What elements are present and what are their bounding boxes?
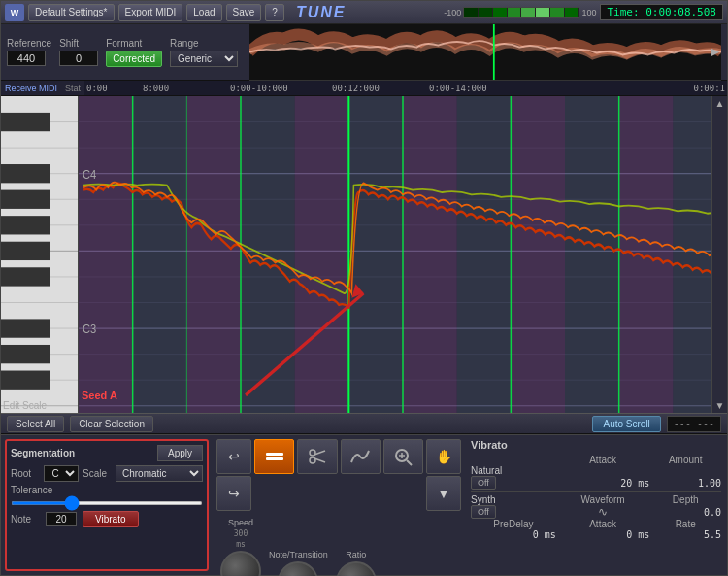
svg-rect-42 <box>348 96 403 413</box>
scale-select[interactable]: Chromatic <box>116 465 203 482</box>
tool-hand-button[interactable]: ✋ <box>426 439 461 474</box>
shift-input[interactable] <box>59 51 98 66</box>
tool-down-button[interactable]: ▼ <box>426 476 461 511</box>
pitch-canvas[interactable]: C4 C3 Seed A ▲ ▼ <box>79 96 727 413</box>
svg-text:C4: C4 <box>83 167 96 182</box>
ratio-knob[interactable] <box>336 561 377 576</box>
piano-svg <box>1 96 79 413</box>
note-input[interactable] <box>46 512 77 526</box>
pitch-svg: C4 C3 <box>79 96 727 413</box>
synth-values-row: Off ∿ 0.0 <box>471 505 721 519</box>
default-settings-button[interactable]: Default Settings* <box>28 4 115 21</box>
svg-rect-46 <box>565 96 619 413</box>
speed-range-top: 300 <box>234 529 248 538</box>
vibrato-panel: Vibrato Attack Amount Natural Off 20 ms <box>465 435 727 575</box>
pre-delay-header-row: PreDelay Attack Rate <box>471 519 721 529</box>
range-label: Range <box>170 38 238 49</box>
waveform-symbol: ∿ <box>556 505 650 519</box>
scissors-icon <box>306 445 329 468</box>
magnify-icon <box>391 445 414 468</box>
natural-off-button[interactable]: Off <box>471 476 496 490</box>
tool-magnify-button[interactable] <box>383 439 423 474</box>
speed-knob-group: Speed 300 ms 0 15 <box>220 518 261 576</box>
tool-curve-button[interactable] <box>341 439 381 474</box>
svg-rect-37 <box>79 96 133 413</box>
load-button[interactable]: Load <box>186 4 221 21</box>
reference-input[interactable] <box>7 51 46 66</box>
scroll-down-icon[interactable]: ▼ <box>715 400 725 411</box>
reference-group: Reference <box>7 38 51 66</box>
curve-icon <box>348 445 372 468</box>
formant-corrected-button[interactable]: Corrected <box>106 51 162 67</box>
svg-rect-16 <box>1 164 50 183</box>
piano-keyboard: Edit Scale <box>1 96 79 413</box>
svg-rect-23 <box>1 371 50 390</box>
svg-rect-38 <box>133 96 187 413</box>
level-seg-1 <box>464 8 479 17</box>
bottom-controls: Segmentation Apply Root C Scale Chromati… <box>1 434 727 575</box>
ratio-knob-group: Ratio 100 <box>336 550 377 576</box>
timeline-track[interactable]: 0:00 8:000 0:00-10:000 00:12:000 0:00-14… <box>84 81 727 95</box>
edit-scale-label: Edit Scale <box>3 400 47 411</box>
formant-label: Formant <box>106 38 162 49</box>
receive-midi-label: Receive MIDI <box>1 84 61 93</box>
level-bar <box>464 8 579 17</box>
attack2-header: Attack <box>556 519 650 529</box>
svg-rect-41 <box>295 96 349 413</box>
app-logo: W <box>5 4 24 21</box>
apply-button[interactable]: Apply <box>157 445 203 461</box>
vertical-scrollbar[interactable]: ▲ ▼ <box>711 96 727 413</box>
tool-pitch-snap-button[interactable] <box>254 439 294 474</box>
ratio-label: Ratio <box>346 550 366 559</box>
synth-header-row: Synth Waveform Depth <box>471 494 721 505</box>
depth-value: 0.0 <box>649 505 721 519</box>
formant-group: Formant Corrected <box>106 38 162 67</box>
tool-scissors-button[interactable] <box>297 439 337 474</box>
save-button[interactable]: Save <box>226 4 262 21</box>
tolerance-slider[interactable] <box>11 501 203 505</box>
range-dropdown[interactable]: Generic <box>170 51 238 67</box>
timeline-row: Receive MIDI Stat 0:00 8:000 0:00-10:000… <box>1 81 727 96</box>
help-button[interactable]: ? <box>265 4 284 21</box>
natural-amount-value: 1.00 <box>649 476 721 490</box>
undo-button[interactable]: ↩ <box>216 439 251 474</box>
tick-4: 0:00-14:000 <box>429 84 487 93</box>
rate-header: Rate <box>649 519 721 529</box>
seg-title: Segmentation <box>11 448 75 458</box>
level-meter: -100 100 <box>444 7 596 18</box>
range-group: Range Generic <box>170 38 238 67</box>
speed-knob[interactable] <box>220 551 261 576</box>
svg-rect-18 <box>1 216 50 234</box>
stat-label: Stat <box>61 84 84 93</box>
natural-values-row: Off 20 ms 1.00 <box>471 476 721 490</box>
vibrato-button[interactable]: Vibrato <box>83 511 139 527</box>
shift-label: Shift <box>59 38 98 49</box>
root-select[interactable]: C <box>44 465 79 482</box>
redo-button[interactable]: ↪ <box>216 476 251 511</box>
auto-scroll-button[interactable]: Auto Scroll <box>592 416 660 432</box>
segmentation-panel: Segmentation Apply Root C Scale Chromati… <box>5 439 209 571</box>
pre-delay-header: PreDelay <box>471 519 556 529</box>
svg-rect-19 <box>1 242 50 260</box>
select-all-button[interactable]: Select All <box>7 416 64 432</box>
bottom-toolbar: Select All Clear Selection Auto Scroll -… <box>1 413 727 434</box>
svg-rect-47 <box>619 96 674 413</box>
tick-0: 0:00 <box>86 84 108 93</box>
pre-delay-values-row: 0 ms 0 ms 5.5 <box>471 529 721 540</box>
waveform-scroll-right[interactable]: ▶ <box>711 45 719 58</box>
scroll-up-icon[interactable]: ▲ <box>715 98 725 109</box>
seed-a-label: Seed A <box>82 390 117 401</box>
clear-selection-button[interactable]: Clear Selection <box>70 416 153 432</box>
waveform-area: ▶ <box>249 24 721 81</box>
natural-row: Natural <box>471 465 721 476</box>
note-transition-label: Note/Transition <box>269 550 328 559</box>
app-title: TUNE <box>296 4 347 21</box>
note-transition-knob[interactable] <box>278 561 318 576</box>
svg-rect-59 <box>266 453 283 456</box>
amount-header: Amount <box>649 455 721 465</box>
export-midi-button[interactable]: Export MIDI <box>118 4 183 21</box>
right-tools-col: ✋ ▼ <box>426 439 461 511</box>
svg-rect-21 <box>1 319 50 337</box>
position-display: --- --- <box>667 416 721 432</box>
synth-off-button[interactable]: Off <box>471 505 496 519</box>
